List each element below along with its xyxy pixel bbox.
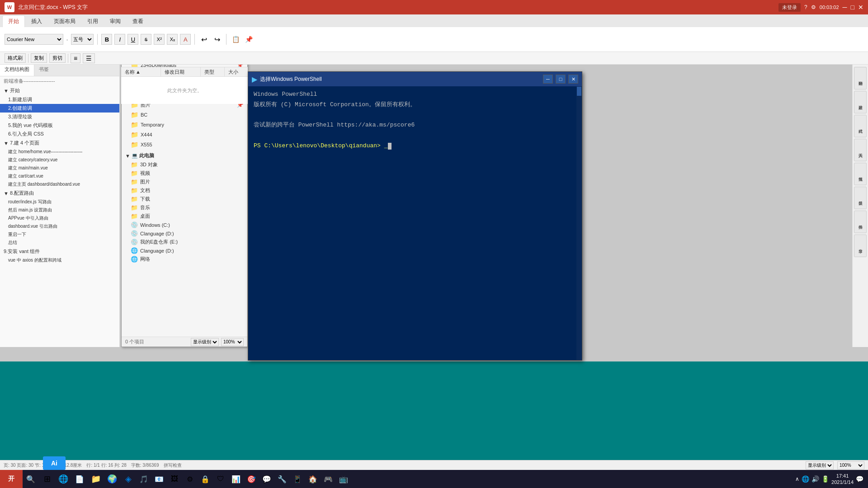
panel-btn-style[interactable]: 样式 — [854, 115, 867, 137]
sidebar-item-video[interactable]: 📁 视频 — [122, 169, 247, 178]
taskbar-app-vscode[interactable]: ◈ — [120, 471, 137, 487]
tab-view[interactable]: 查看 — [127, 16, 149, 27]
panel-btn-new[interactable]: 新建 — [854, 91, 867, 113]
outline-sub2[interactable]: 建立 cateory/cateory.vue — [0, 156, 119, 164]
col-header-name[interactable]: 名称 ▲ — [121, 67, 161, 76]
outline-extra[interactable]: vue 中 axios 的配置和跨域 — [0, 256, 119, 264]
network-icon[interactable]: 🌐 — [802, 475, 809, 483]
battery-icon[interactable]: 🔋 — [821, 475, 829, 483]
route-item3[interactable]: APPvue 中引入路由 — [0, 214, 119, 222]
redo-btn[interactable]: ↪ — [212, 34, 222, 45]
bold-btn[interactable]: B — [101, 34, 112, 45]
panel-btn-attr[interactable]: 属性 — [854, 163, 867, 185]
sidebar-item-net-d[interactable]: 🌐 Clanguage (D:) — [122, 246, 247, 255]
sidebar-item-3d[interactable]: 📁 3D 对象 — [122, 160, 247, 169]
subscript-btn[interactable]: X₂ — [167, 34, 178, 45]
ps-scrollbar[interactable] — [576, 86, 582, 360]
col-header-type[interactable]: 类型 — [201, 67, 225, 76]
col-header-date[interactable]: 修改日期 — [161, 67, 201, 76]
align-left-btn[interactable]: ≡ — [71, 53, 80, 63]
outline-section9[interactable]: 9.安装 vant 组件 — [0, 247, 119, 256]
taskbar-app-chrome[interactable]: 🌍 — [104, 471, 120, 487]
notification-icon[interactable]: 💬 — [856, 475, 863, 483]
sidebar-item-temporary[interactable]: 📁 Temporary — [122, 120, 247, 130]
settings-icon[interactable]: ⚙ — [811, 4, 816, 10]
tb-app13[interactable]: 🎮 — [321, 471, 335, 487]
ps-maximize-btn[interactable]: □ — [556, 75, 566, 84]
tb-app6[interactable]: 🛡 — [213, 471, 228, 487]
outline-section1[interactable]: ▼ 开始 — [0, 86, 119, 95]
ps-content[interactable]: Windows PowerShell 版权所有 (C) Microsoft Co… — [248, 86, 582, 360]
format-btn[interactable]: 格式刷 — [5, 53, 26, 63]
outline-sub1[interactable]: 建立 home/home.vue--------------------- — [0, 148, 119, 156]
explorer-zoom-select[interactable]: 100% — [221, 338, 244, 346]
panel-btn-share[interactable]: 分享 — [854, 235, 867, 257]
sidebar-item-drive-d[interactable]: 💿 Clanguage (D:) — [122, 229, 247, 238]
tab-insert[interactable]: 插入 — [26, 16, 47, 27]
sidebar-item-pcpics[interactable]: 📁 图片 — [122, 178, 247, 186]
tab-reference[interactable]: 引用 — [82, 16, 104, 27]
outline-item-3[interactable]: 3.清理垃圾 — [0, 113, 119, 121]
maximize-icon[interactable]: □ — [851, 4, 854, 11]
ps-minimize-btn[interactable]: ─ — [543, 75, 553, 84]
copy-format-btn[interactable]: 复制 — [31, 53, 47, 63]
ps-scrollthumb[interactable] — [577, 87, 581, 96]
sidebar-item-drive-c[interactable]: 💿 Windows (C:) — [122, 221, 247, 229]
panel-tab-outline[interactable]: 文档结构图 — [0, 65, 34, 76]
outline-item-1[interactable]: 1.新建后调 — [0, 95, 119, 104]
start-button[interactable]: 开 — [0, 470, 23, 488]
align-center-btn[interactable]: ☰ — [83, 53, 95, 63]
taskbar-app-wps-active[interactable]: 📄 — [71, 471, 88, 487]
volume-icon[interactable]: 🔊 — [811, 475, 819, 483]
route-item2[interactable]: 然后 main.js 设置路由 — [0, 206, 119, 214]
sidebar-item-pcdl[interactable]: 📁 下载 — [122, 195, 247, 203]
tb-app7[interactable]: 📊 — [229, 471, 243, 487]
view-mode-select[interactable]: 显示级别 — [806, 461, 834, 469]
outline-item-separator[interactable]: 前端准备------------------- — [0, 76, 119, 86]
outline-sub5[interactable]: 建立主页 dashboard/dashboard.vue — [0, 180, 119, 188]
text-color-btn[interactable]: A — [180, 34, 191, 45]
panel-btn-plugin[interactable]: 插件 — [854, 211, 867, 233]
font-name-select[interactable]: Courier New — [5, 34, 63, 45]
close-icon[interactable]: ✕ — [858, 4, 863, 11]
minimize-icon[interactable]: ─ — [843, 4, 847, 11]
outline-item-6[interactable]: 6.引入全局 CSS — [0, 130, 119, 138]
outline-section7[interactable]: ▼ 7.建 4 个页面 — [0, 138, 119, 148]
strikethrough-btn[interactable]: S̶ — [141, 34, 151, 45]
tb-app9[interactable]: 💬 — [259, 471, 274, 487]
paste-btn[interactable]: 📌 — [243, 34, 254, 45]
zoom-select[interactable]: 100% — [837, 461, 864, 469]
tb-app1[interactable]: 🎵 — [137, 471, 151, 487]
status-spell[interactable]: 拼写检查 — [164, 462, 182, 469]
ps-close-btn[interactable]: ✕ — [568, 75, 578, 84]
tb-app8[interactable]: 🎯 — [244, 471, 259, 487]
sidebar-item-pcdocs[interactable]: 📁 文档 — [122, 186, 247, 195]
outline-section8[interactable]: ▼ 8.配置路由 — [0, 188, 119, 198]
panel-tab-bookmark[interactable]: 书签 — [34, 65, 53, 76]
tb-app3[interactable]: 🖼 — [167, 471, 182, 487]
ai-badge[interactable]: Ai — [43, 456, 66, 470]
outline-item-2-active[interactable]: 2.创建前调 — [0, 104, 119, 113]
route-item6[interactable]: 总结 — [0, 239, 119, 247]
sidebar-item-drive-e[interactable]: 💿 我的E盘仓库 (E:) — [122, 238, 247, 246]
superscript-btn[interactable]: X² — [154, 34, 165, 45]
tb-app2[interactable]: 📧 — [152, 471, 166, 487]
outline-item-5[interactable]: 5.我的 vue 代码模板 — [0, 121, 119, 130]
taskbar-app-cortana[interactable]: ⊞ — [39, 471, 55, 487]
font-type-select[interactable]: 五号 — [71, 34, 94, 45]
sidebar-section-pc[interactable]: ▼ 💻 此电脑 — [122, 151, 247, 160]
route-item4[interactable]: dashboard.vue 引出路由 — [0, 222, 119, 230]
tray-expand-btn[interactable]: ∧ — [795, 476, 799, 482]
clock[interactable]: 17:41 2021/1/14 — [831, 473, 854, 486]
copy-btn[interactable]: 📋 — [230, 34, 241, 45]
help-icon[interactable]: ? — [804, 4, 807, 10]
tb-app10[interactable]: 🔧 — [275, 471, 289, 487]
tb-app12[interactable]: 🏠 — [306, 471, 320, 487]
sidebar-item-x444[interactable]: 📁 X444 — [122, 130, 247, 140]
outline-sub4[interactable]: 建立 cart/cart.vue — [0, 172, 119, 180]
taskbar-app-edge[interactable]: 🌐 — [55, 471, 71, 487]
panel-btn-feedback[interactable]: 反馈 — [854, 187, 867, 209]
panel-btn-insert[interactable]: 插入 — [854, 139, 867, 161]
tab-start[interactable]: 开始 — [2, 15, 25, 27]
underline-btn[interactable]: U — [127, 34, 138, 45]
